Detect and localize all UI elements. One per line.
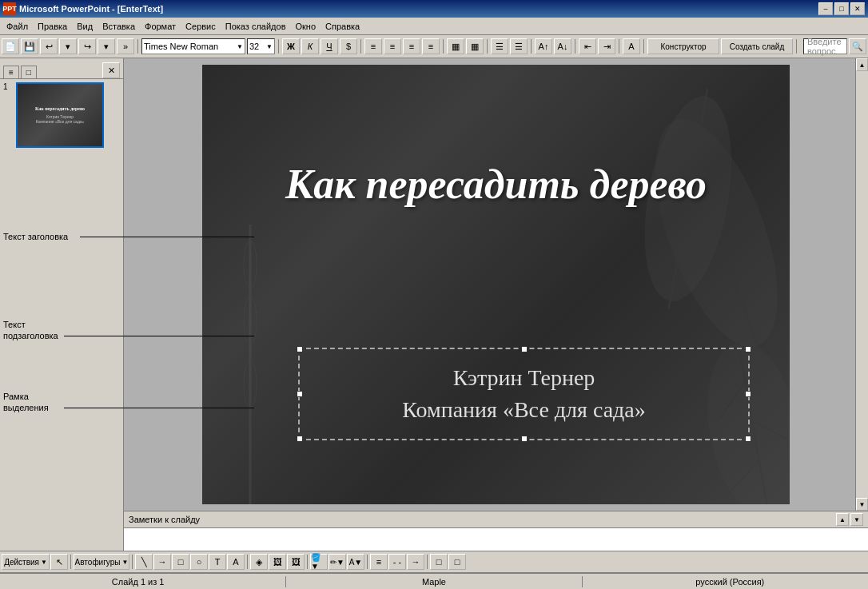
- minimize-button[interactable]: –: [818, 2, 833, 15]
- arrow-style-btn[interactable]: →: [407, 554, 424, 570]
- menu-file[interactable]: Файл: [2, 20, 33, 33]
- slide-thumb-container: 1 Как пересадить дерево Кэтрин Тернер Ко…: [3, 82, 120, 148]
- justify-button[interactable]: ≡: [422, 38, 440, 54]
- notes-label: Заметки к слайду ▲ ▼: [124, 511, 868, 528]
- toolbar-area: 📄 💾 ↩ ▾ ↪ ▾ » Times New Roman ▼ 32 ▼ Ж К…: [0, 35, 868, 58]
- create-slide-button[interactable]: Создать слайд: [721, 38, 793, 54]
- draw-diagram-btn[interactable]: ◈: [250, 554, 268, 570]
- 3d-style-btn[interactable]: □: [448, 554, 466, 570]
- increase-font-btn[interactable]: A↑: [535, 38, 552, 54]
- underline-button[interactable]: Ч: [321, 38, 338, 54]
- slide-subtitle-box[interactable]: Кэтрин Тернер Компания «Все для сада»: [298, 348, 750, 440]
- dash-style-btn[interactable]: - -: [388, 554, 406, 570]
- draw-rect-btn[interactable]: □: [172, 554, 189, 570]
- new-button[interactable]: 📄: [2, 38, 19, 54]
- close-button[interactable]: ✕: [850, 2, 865, 15]
- status-bar: Слайд 1 из 1 Maple русский (Россия): [0, 573, 868, 589]
- draw-clipart-btn[interactable]: 🖼: [269, 554, 286, 570]
- notes-scroll-down[interactable]: ▼: [850, 513, 863, 526]
- draw-sep1: [70, 555, 71, 569]
- slide-scrollbar-v[interactable]: ▲ ▼: [855, 58, 868, 511]
- handle-br: [745, 436, 751, 442]
- help-input[interactable]: Введите вопрос: [803, 38, 847, 54]
- undo-dropdown[interactable]: ▾: [59, 38, 77, 54]
- align-left-button[interactable]: ≡: [364, 38, 382, 54]
- font-color-draw-btn[interactable]: A▼: [347, 554, 364, 570]
- scrollbar-down-btn[interactable]: ▼: [856, 498, 868, 511]
- slide-canvas: Как пересадить дерево Кэтрин Тернер Комп…: [202, 65, 790, 504]
- slide-view-area: Как пересадить дерево Кэтрин Тернер Комп…: [124, 58, 868, 511]
- toolbar-sep9: [643, 39, 644, 54]
- font-dropdown-arrow[interactable]: ▼: [237, 43, 243, 50]
- menu-bar: Файл Правка Вид Вставка Формат Сервис По…: [0, 18, 868, 35]
- size-dropdown-arrow[interactable]: ▼: [266, 43, 273, 50]
- menu-slideshow[interactable]: Показ слайдов: [221, 20, 291, 33]
- col-btn2[interactable]: ▦: [466, 38, 484, 54]
- slide-number: 1: [3, 82, 13, 91]
- draw-sep6: [427, 555, 428, 569]
- scrollbar-up-btn[interactable]: ▲: [856, 58, 868, 71]
- draw-textbox-btn[interactable]: T: [209, 554, 226, 570]
- undo-button[interactable]: ↩: [40, 38, 58, 54]
- toolbar-sep1: [137, 39, 138, 54]
- indent-btn1[interactable]: ⇤: [579, 38, 596, 54]
- cursor-btn[interactable]: ↖: [50, 554, 68, 570]
- shadow-button[interactable]: $: [340, 38, 357, 54]
- col-btn1[interactable]: ▦: [447, 38, 464, 54]
- menu-help[interactable]: Справка: [321, 20, 364, 33]
- maximize-button[interactable]: □: [834, 2, 849, 15]
- window-title: Microsoft PowerPoint - [EnterText]: [19, 4, 163, 14]
- shadow-style-btn[interactable]: □: [430, 554, 448, 570]
- handle-bl: [297, 436, 303, 442]
- sidebar-tab-outline[interactable]: ≡: [3, 66, 19, 78]
- theme-name: Maple: [302, 577, 565, 587]
- help-search-btn[interactable]: 🔍: [849, 38, 866, 54]
- notes-scroll-up[interactable]: ▲: [836, 513, 849, 526]
- draw-sep3: [247, 555, 248, 569]
- indent-btn2[interactable]: ⇥: [598, 38, 615, 54]
- save-button[interactable]: 💾: [21, 38, 38, 54]
- autoshapes-button[interactable]: Автофигуры ▼: [74, 554, 129, 570]
- redo-button[interactable]: ↪: [78, 38, 96, 54]
- sidebar-tab-slides[interactable]: □: [21, 66, 37, 78]
- menu-window[interactable]: Окно: [291, 20, 321, 33]
- extra-button[interactable]: »: [117, 38, 134, 54]
- list-btn1[interactable]: ☰: [491, 38, 508, 54]
- align-center-button[interactable]: ≡: [384, 38, 401, 54]
- subtitle-line1: Кэтрин Тернер: [453, 365, 595, 391]
- window-controls: – □ ✕: [818, 2, 865, 15]
- menu-insert[interactable]: Вставка: [98, 20, 140, 33]
- font-color-btn[interactable]: A: [623, 38, 640, 54]
- sidebar-tabs: ≡ □ ✕: [0, 58, 123, 79]
- line-color-btn[interactable]: ✏▼: [328, 554, 346, 570]
- draw-sep5: [367, 555, 368, 569]
- draw-wordart-btn[interactable]: A: [227, 554, 245, 570]
- align-right-button[interactable]: ≡: [403, 38, 420, 54]
- menu-tools[interactable]: Сервис: [181, 20, 221, 33]
- line-style-btn[interactable]: ≡: [370, 554, 388, 570]
- menu-format[interactable]: Формат: [140, 20, 181, 33]
- bold-button[interactable]: Ж: [282, 38, 300, 54]
- menu-view[interactable]: Вид: [72, 20, 98, 33]
- draw-arrow-btn[interactable]: →: [153, 554, 171, 570]
- decrease-font-btn[interactable]: A↓: [554, 38, 571, 54]
- scrollbar-track[interactable]: [856, 71, 868, 498]
- status-div1: [285, 576, 286, 587]
- toolbar-sep5: [487, 39, 488, 54]
- font-name-input[interactable]: Times New Roman ▼: [141, 38, 245, 54]
- list-btn2[interactable]: ☰: [510, 38, 528, 54]
- actions-button[interactable]: Действия ▼: [2, 554, 50, 570]
- font-size-input[interactable]: 32 ▼: [247, 38, 275, 54]
- fill-color-btn[interactable]: 🪣▼: [310, 554, 328, 570]
- draw-line-btn[interactable]: ╲: [135, 554, 153, 570]
- redo-dropdown[interactable]: ▾: [98, 38, 115, 54]
- italic-button[interactable]: К: [301, 38, 319, 54]
- notes-content[interactable]: [124, 528, 868, 551]
- menu-edit[interactable]: Правка: [33, 20, 72, 33]
- draw-oval-btn[interactable]: ○: [190, 554, 208, 570]
- slide-thumbnail[interactable]: Как пересадить дерево Кэтрин Тернер Комп…: [16, 82, 104, 148]
- designer-button[interactable]: Конструктор: [647, 38, 719, 54]
- draw-picture-btn[interactable]: 🖼: [287, 554, 305, 570]
- sidebar-close-btn[interactable]: ✕: [102, 62, 120, 78]
- draw-toolbar: Действия ▼ ↖ Автофигуры ▼ ╲ → □ ○ T A ◈ …: [0, 551, 868, 573]
